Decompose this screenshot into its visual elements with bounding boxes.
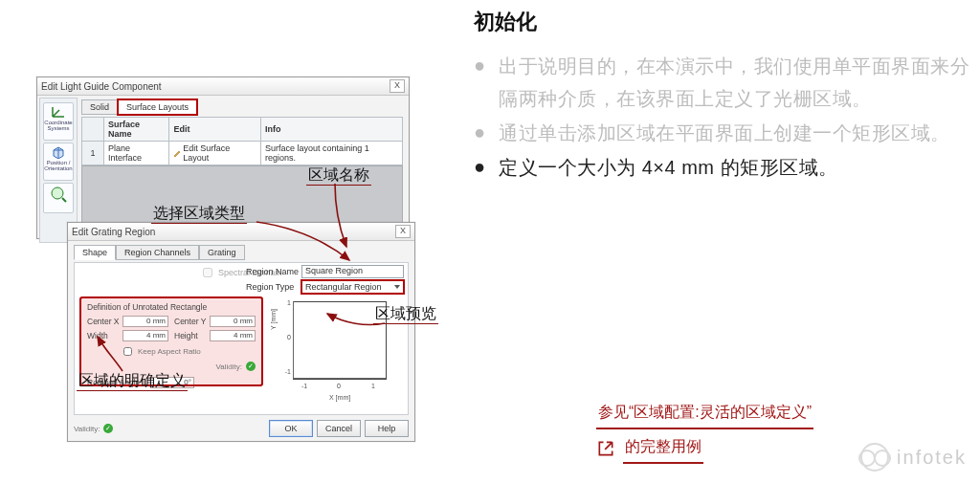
dlg1-title: Edit Light Guide Component <box>41 81 162 92</box>
watermark-text: infotek <box>897 447 967 469</box>
dlg2-title: Edit Grating Region <box>72 227 155 237</box>
magnifier-icon <box>50 186 67 203</box>
bullet-3-text: 定义一个大小为 4×4 mm 的矩形区域。 <box>499 151 837 184</box>
row-surface-name: Plane Interface <box>104 142 169 165</box>
center-x-label: Center X <box>87 317 120 326</box>
reference-link[interactable]: 参见“区域配置:灵活的区域定义” 的完整用例 <box>596 399 902 464</box>
watermark: infotek <box>860 443 967 472</box>
svg-line-1 <box>62 198 66 202</box>
chevron-down-icon <box>394 285 400 289</box>
sidebar-search-button[interactable] <box>43 183 74 213</box>
preview-axes <box>293 301 386 379</box>
help-button[interactable]: Help <box>365 420 409 437</box>
row-edit-label: Edit Surface Layout <box>183 143 256 163</box>
bullet-3: ● 定义一个大小为 4×4 mm 的矩形区域。 <box>474 151 971 184</box>
bullet-dot-icon: ● <box>474 117 485 149</box>
reference-line2: 的完整用例 <box>623 433 703 464</box>
callout-select-region-type: 选择区域类型 <box>151 204 247 224</box>
keep-aspect-ratio-checkbox[interactable]: Keep Aspect Ratio <box>120 344 256 359</box>
sidebar-coordinate-systems-button[interactable]: Coordinate Systems <box>43 102 74 141</box>
width-label: Width <box>87 331 120 340</box>
keep-aspect-label: Keep Aspect Ratio <box>138 347 201 356</box>
region-type-label: Region Type <box>246 282 301 292</box>
callout-region-name: 区域名称 <box>306 165 371 186</box>
pencil-icon <box>173 149 181 157</box>
tab-region-channels[interactable]: Region Channels <box>116 245 199 260</box>
tab-solid[interactable]: Solid <box>81 99 118 115</box>
bullet-1-text: 出于说明目的，在本演示中，我们使用单平面界面来分隔两种介质，在该界面上定义了光栅… <box>499 50 971 115</box>
article-bullets: ● 出于说明目的，在本演示中，我们使用单平面界面来分隔两种介质，在该界面上定义了… <box>474 50 971 184</box>
article-heading: 初始化 <box>474 8 971 36</box>
region-name-label: Region Name <box>246 267 301 276</box>
region-type-value: Rectangular Region <box>305 282 382 292</box>
article: 初始化 ● 出于说明目的，在本演示中，我们使用单平面界面来分隔两种介质，在该界面… <box>474 8 971 186</box>
col-index <box>82 118 104 142</box>
center-y-label: Center Y <box>174 317 207 326</box>
row-info: Surface layout containing 1 regions. <box>261 142 403 165</box>
xtick-1: 1 <box>371 383 375 389</box>
callout-explicit-definition: 区域的明确定义 <box>77 371 188 391</box>
dlg2-titlebar[interactable]: Edit Grating Region X <box>68 223 414 241</box>
sidebar-coord-label: Coordinate Systems <box>44 120 72 131</box>
region-name-field[interactable]: Square Region <box>301 265 404 278</box>
axes-icon <box>51 105 66 119</box>
sidebar-position-orientation-button[interactable]: Position / Orientation <box>43 143 74 181</box>
height-field[interactable]: 4 mm <box>210 330 256 341</box>
svg-point-0 <box>52 187 63 199</box>
cancel-button[interactable]: Cancel <box>317 420 361 437</box>
center-x-field[interactable]: 0 mm <box>122 316 168 327</box>
bullet-dot-icon: ● <box>474 50 485 115</box>
dlg1-close-button[interactable]: X <box>390 79 405 93</box>
dlg1-tabs: Solid Surface Layouts <box>81 99 197 115</box>
region-type-combo[interactable]: Rectangular Region <box>301 280 404 294</box>
sidebar-pos-label: Position / Orientation <box>44 160 72 171</box>
tab-surface-layouts[interactable]: Surface Layouts <box>118 99 197 115</box>
dlg2-bottombar: Validity: ✓ OK Cancel Help <box>74 419 409 438</box>
reference-line1: 参见“区域配置:灵活的区域定义” <box>596 399 813 429</box>
ytick-1: 1 <box>278 299 291 306</box>
center-y-field[interactable]: 0 mm <box>210 316 256 327</box>
ok-button[interactable]: OK <box>269 420 313 437</box>
xtick-n1: -1 <box>301 383 307 389</box>
pink-validity: Validity: ✓ <box>216 362 256 371</box>
row-idx: 1 <box>82 142 104 165</box>
cube-icon <box>51 145 66 159</box>
tab-grating[interactable]: Grating <box>199 245 245 260</box>
col-surface-name[interactable]: Surface Name <box>104 118 169 142</box>
table-row[interactable]: 1 Plane Interface Edit Surface Layout Su… <box>82 142 403 165</box>
check-ok-icon: ✓ <box>246 362 256 371</box>
row-edit-link[interactable]: Edit Surface Layout <box>169 142 261 165</box>
dlg2-validity: Validity: ✓ <box>74 424 113 433</box>
pink-validity-label: Validity: <box>216 362 242 371</box>
dlg1-titlebar[interactable]: Edit Light Guide Component X <box>37 77 409 96</box>
col-edit[interactable]: Edit <box>169 118 261 142</box>
dlg2-validity-label: Validity: <box>74 425 100 433</box>
share-icon <box>596 439 615 458</box>
preview-ylabel: Y [mm] <box>270 309 277 330</box>
wechat-icon <box>860 443 889 472</box>
pink-header: Definition of Unrotated Rectangle <box>87 302 256 312</box>
dialog-edit-grating-region: Edit Grating Region X Shape Region Chann… <box>67 222 415 442</box>
dlg2-close-button[interactable]: X <box>395 225 411 238</box>
preview-xlabel: X [mm] <box>329 394 350 401</box>
tab-shape[interactable]: Shape <box>74 245 116 260</box>
check-ok-icon: ✓ <box>103 424 113 433</box>
bullet-2-text: 通过单击添加区域在平面界面上创建一个矩形区域。 <box>499 117 950 149</box>
region-id-form: Region Name Square Region Region Type Re… <box>246 265 404 296</box>
dlg2-panel: Spectral Domain Region Name Square Regio… <box>74 262 409 415</box>
xtick-0: 0 <box>337 383 341 389</box>
ytick-0: 0 <box>278 334 291 340</box>
bullet-dot-icon: ● <box>474 151 485 184</box>
bullet-1: ● 出于说明目的，在本演示中，我们使用单平面界面来分隔两种介质，在该界面上定义了… <box>474 50 971 115</box>
col-info[interactable]: Info <box>261 118 403 142</box>
ytick-n1: -1 <box>278 368 291 375</box>
width-field[interactable]: 4 mm <box>122 330 168 341</box>
callout-region-preview: 区域预览 <box>373 304 438 324</box>
screenshot-composite: Edit Light Guide Component X Coordinate … <box>10 77 459 469</box>
dlg2-tabs: Shape Region Channels Grating <box>74 245 245 260</box>
spectral-domain-input[interactable] <box>203 268 212 277</box>
bullet-2: ● 通过单击添加区域在平面界面上创建一个矩形区域。 <box>474 117 971 149</box>
height-label: Height <box>174 331 207 340</box>
keep-aspect-input[interactable] <box>123 347 132 356</box>
